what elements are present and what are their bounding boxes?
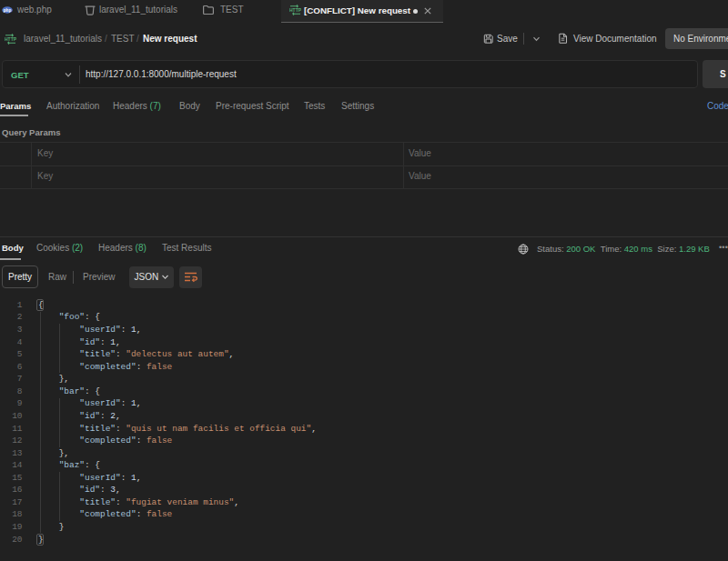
svg-text:HTTP: HTTP [5,36,16,42]
svg-text:php: php [4,8,12,13]
svg-text:HTTP: HTTP [289,7,301,13]
